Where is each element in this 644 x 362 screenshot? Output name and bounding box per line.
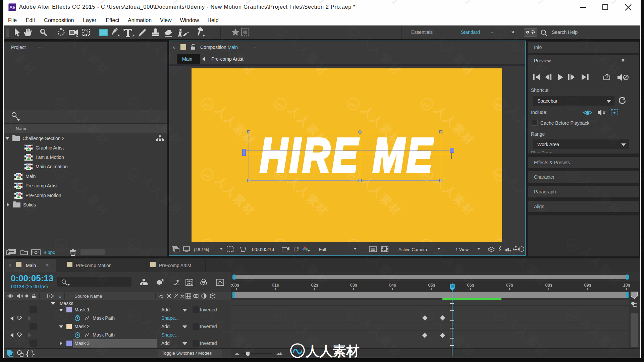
- svg-text:#: #: [59, 294, 62, 299]
- svg-text:fx: fx: [180, 294, 184, 299]
- svg-text:人人素材: 人人素材: [306, 344, 360, 358]
- svg-text:Source Name: Source Name: [74, 294, 102, 299]
